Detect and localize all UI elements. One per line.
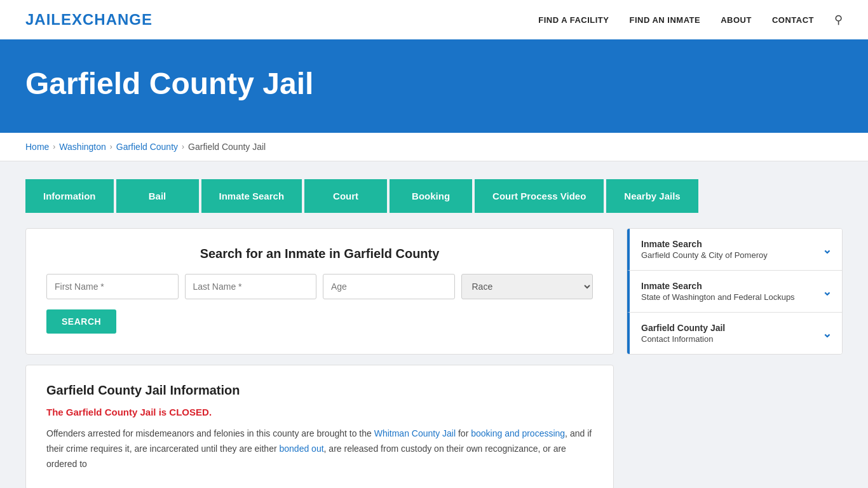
search-inputs: Race White Black Hispanic Asian Other	[46, 274, 593, 299]
first-name-input[interactable]	[46, 274, 179, 299]
breadcrumb-sep-3: ›	[182, 142, 184, 151]
sidebar-item-contact-info[interactable]: Garfield County Jail Contact Information…	[627, 313, 842, 354]
search-button[interactable]: SEARCH	[46, 309, 116, 334]
chevron-down-icon-1: ⌄	[822, 243, 832, 257]
tab-bar: Information Bail Inmate Search Court Boo…	[0, 161, 868, 213]
nav-contact[interactable]: CONTACT	[772, 15, 814, 25]
sidebar-item-text-1: Inmate Search Garfield County & City of …	[641, 239, 768, 260]
right-sidebar: Inmate Search Garfield County & City of …	[627, 228, 843, 355]
tab-court[interactable]: Court	[304, 179, 387, 213]
whitman-county-jail-link[interactable]: Whitman County Jail	[374, 428, 456, 438]
booking-processing-link[interactable]: booking and processing	[471, 428, 565, 438]
race-select[interactable]: Race White Black Hispanic Asian Other	[461, 274, 593, 299]
closed-notice: The Garfield County Jail is CLOSED.	[46, 407, 593, 417]
tab-court-process-video[interactable]: Court Process Video	[475, 179, 604, 213]
left-column: Search for an Inmate in Garfield County …	[25, 228, 614, 488]
hero-section: Garfield County Jail	[0, 41, 868, 133]
sidebar-item-title-1: Inmate Search	[641, 239, 768, 249]
chevron-down-icon-2: ⌄	[822, 285, 832, 299]
sidebar-item-sub-2: State of Washington and Federal Lockups	[641, 292, 795, 302]
info-text-intro: Offenders arrested for misdemeanors and …	[46, 428, 374, 438]
tab-information[interactable]: Information	[25, 179, 114, 213]
sidebar-item-sub-1: Garfield County & City of Pomeroy	[641, 250, 768, 260]
age-input[interactable]	[323, 274, 455, 299]
tab-booking[interactable]: Booking	[390, 179, 472, 213]
breadcrumb-garfield-county[interactable]: Garfield County	[116, 142, 178, 152]
sidebar-item-title-2: Inmate Search	[641, 281, 795, 291]
breadcrumb-sep-1: ›	[53, 142, 55, 151]
main-nav: JAILEXCHANGE FIND A FACILITY FIND AN INM…	[0, 0, 868, 41]
chevron-down-icon-3: ⌄	[822, 327, 832, 341]
nav-links: FIND A FACILITY FIND AN INMATE ABOUT CON…	[538, 13, 843, 27]
sidebar-item-sub-3: Contact Information	[641, 334, 725, 344]
logo-part1: JAIL	[25, 11, 61, 28]
info-card-title: Garfield County Jail Information	[46, 383, 593, 398]
nav-find-inmate[interactable]: FIND AN INMATE	[629, 15, 700, 25]
page-title: Garfield County Jail	[25, 66, 843, 101]
sidebar-item-text-3: Garfield County Jail Contact Information	[641, 323, 725, 344]
nav-about[interactable]: ABOUT	[721, 15, 752, 25]
sidebar-item-inmate-search-washington[interactable]: Inmate Search State of Washington and Fe…	[627, 271, 842, 313]
bonded-out-link[interactable]: bonded out	[280, 444, 324, 454]
search-card: Search for an Inmate in Garfield County …	[25, 228, 614, 355]
info-body: Offenders arrested for misdemeanors and …	[46, 426, 593, 471]
logo[interactable]: JAILEXCHANGE	[25, 11, 153, 29]
search-title: Search for an Inmate in Garfield County	[46, 247, 593, 261]
info-text-mid1: for	[456, 428, 471, 438]
info-card: Garfield County Jail Information The Gar…	[25, 365, 614, 488]
search-icon[interactable]: ⚲	[834, 13, 843, 27]
tab-inmate-search[interactable]: Inmate Search	[201, 179, 302, 213]
sidebar-item-title-3: Garfield County Jail	[641, 323, 725, 333]
logo-part2-colored: EXCHANGE	[61, 11, 153, 28]
nav-find-facility[interactable]: FIND A FACILITY	[538, 15, 609, 25]
sidebar-item-inmate-search-garfield[interactable]: Inmate Search Garfield County & City of …	[627, 229, 842, 271]
tab-bail[interactable]: Bail	[116, 179, 199, 213]
tab-nearby-jails[interactable]: Nearby Jails	[606, 179, 698, 213]
breadcrumb-washington[interactable]: Washington	[59, 142, 105, 152]
breadcrumb-sep-2: ›	[110, 142, 112, 151]
last-name-input[interactable]	[185, 274, 317, 299]
breadcrumb: Home › Washington › Garfield County › Ga…	[0, 133, 868, 161]
main-layout: Search for an Inmate in Garfield County …	[0, 213, 868, 488]
breadcrumb-current: Garfield County Jail	[188, 142, 266, 152]
sidebar-item-text-2: Inmate Search State of Washington and Fe…	[641, 281, 795, 302]
breadcrumb-home[interactable]: Home	[25, 142, 49, 152]
